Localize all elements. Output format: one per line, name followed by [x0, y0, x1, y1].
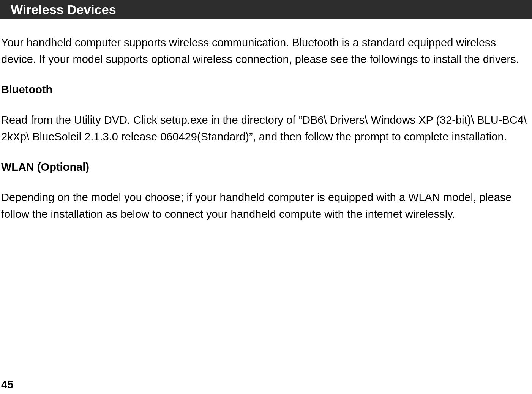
bluetooth-heading: Bluetooth: [1, 84, 532, 96]
page-title: Wireless Devices: [11, 2, 116, 17]
wlan-heading: WLAN (Optional): [1, 161, 532, 173]
page-number: 45: [1, 378, 13, 391]
intro-paragraph: Your handheld computer supports wireless…: [1, 35, 532, 68]
page-header: Wireless Devices: [0, 0, 532, 19]
page-content: Your handheld computer supports wireless…: [0, 19, 532, 222]
wlan-body: Depending on the model you choose; if yo…: [1, 189, 532, 222]
bluetooth-body: Read from the Utility DVD. Click setup.e…: [1, 112, 532, 145]
